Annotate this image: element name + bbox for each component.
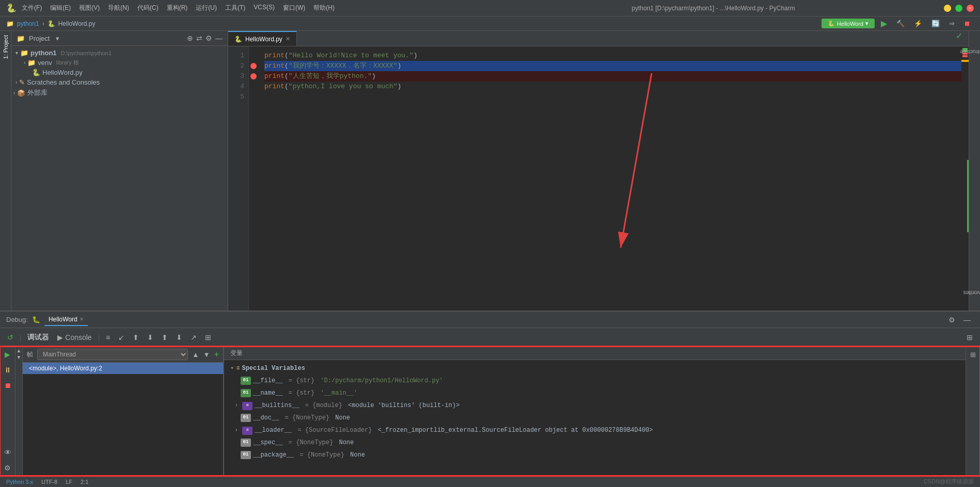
tree-item-venv[interactable]: › 📁 venv library 根 bbox=[11, 58, 228, 68]
var-type-loader: = {SourceFileLoader} bbox=[294, 426, 375, 435]
breadcrumb-project[interactable]: python1 bbox=[17, 20, 39, 27]
menu-tools[interactable]: 工具(T) bbox=[225, 4, 245, 12]
panel-dropdown-icon[interactable]: ▾ bbox=[56, 35, 59, 42]
loader-inner: ≡ __loader__ = {SourceFileLoader} <_froz… bbox=[240, 426, 653, 435]
build-button[interactable]: 🔨 bbox=[893, 18, 908, 29]
loader-expand[interactable]: › bbox=[234, 426, 238, 435]
var-item-name[interactable]: 01 __name__ = {str} '__main__' bbox=[224, 387, 966, 399]
debug-step-out-btn[interactable]: ⬆ bbox=[159, 331, 171, 344]
debug-frames-list-btn[interactable]: ≡ bbox=[103, 331, 113, 344]
debug-restore-layout-btn[interactable]: ⊞ bbox=[963, 331, 976, 344]
run-button[interactable]: ▶ bbox=[878, 17, 890, 30]
var-item-builtins[interactable]: › ≡ __builtins__ = {module} <module 'bui… bbox=[224, 399, 966, 412]
run-config-dropdown-icon[interactable]: ▾ bbox=[865, 20, 868, 27]
menu-edit[interactable]: 编辑(E) bbox=[50, 4, 71, 12]
tab-close-button[interactable]: ✕ bbox=[286, 36, 290, 42]
debug-pause-btn[interactable]: ⏸ bbox=[3, 364, 13, 376]
frames-header-label: 帧 bbox=[27, 350, 33, 359]
debug-tab-close[interactable]: ✕ bbox=[80, 316, 84, 322]
menu-window[interactable]: 窗口(W) bbox=[283, 4, 305, 12]
breakpoint-2[interactable] bbox=[250, 63, 257, 69]
tree-item-scratches[interactable]: › ✎ Scratches and Consoles bbox=[11, 77, 228, 87]
tree-item-helloword[interactable]: 🐍 HelloWord.py bbox=[11, 68, 228, 77]
bp-gutter-3[interactable] bbox=[249, 71, 258, 82]
panel-sync-button[interactable]: ⇄ bbox=[196, 34, 202, 42]
debug-console-btn[interactable]: ▶ Console bbox=[54, 331, 94, 344]
bp-gutter-4 bbox=[249, 82, 258, 92]
maximize-button[interactable]: □ bbox=[955, 5, 962, 12]
special-vars-expand[interactable]: ▾ bbox=[230, 364, 234, 373]
sidebar-tab-favorites[interactable]: Favorites bbox=[959, 288, 980, 297]
menu-vcs[interactable]: VCS(S) bbox=[254, 4, 275, 12]
debug-run-button[interactable]: ⚡ bbox=[911, 18, 925, 29]
var-item-package[interactable]: 01 __package__ = {NoneType} None bbox=[224, 449, 966, 461]
debug-rerun-btn[interactable]: ↺ bbox=[4, 331, 17, 344]
debug-stop-btn[interactable]: ⏹ bbox=[3, 380, 13, 391]
menu-file[interactable]: 文件(F) bbox=[22, 4, 42, 12]
menu-refactor[interactable]: 重构(R) bbox=[167, 4, 188, 12]
stop-button[interactable]: ⏹ bbox=[961, 18, 974, 29]
frame-item-main[interactable]: <module>, HelloWord.py:2 bbox=[23, 363, 223, 374]
frame-down-btn[interactable]: ▼ bbox=[203, 351, 210, 359]
tree-label-venv: venv bbox=[38, 59, 52, 67]
status-python[interactable]: Python 3.x bbox=[6, 479, 33, 485]
minimize-button[interactable]: — bbox=[944, 5, 951, 12]
var-item-doc[interactable]: 01 __doc__ = {NoneType} None bbox=[224, 412, 966, 424]
profile-button[interactable]: ⇒ bbox=[946, 18, 958, 29]
debug-tab-helloword[interactable]: HelloWord ✕ bbox=[44, 314, 88, 326]
status-encoding[interactable]: UTF-8 bbox=[41, 479, 57, 485]
builtins-expand[interactable]: › bbox=[234, 401, 238, 410]
var-item-loader[interactable]: › ≡ __loader__ = {SourceFileLoader} <_fr… bbox=[224, 424, 966, 436]
debug-settings-left-btn[interactable]: ⚙ bbox=[3, 462, 12, 474]
menu-navigate[interactable]: 导航(N) bbox=[108, 4, 129, 12]
bp-gutter-2[interactable] bbox=[249, 61, 258, 71]
debug-settings-button[interactable]: ⚙ bbox=[945, 314, 958, 326]
tree-label-external: 外部库 bbox=[27, 88, 48, 98]
code-content[interactable]: print("Hello World!Nice to meet you.") p… bbox=[258, 46, 961, 311]
debug-resume-btn[interactable]: ▶ bbox=[3, 349, 12, 360]
title-bar: 🐍 文件(F) 编辑(E) 视图(V) 导航(N) 代码(C) 重构(R) 运行… bbox=[0, 0, 980, 17]
debug-watches-btn[interactable]: ⊞ bbox=[202, 331, 214, 344]
scroll-down-btn[interactable]: ▼ bbox=[17, 354, 22, 360]
var-item-file[interactable]: 01 __file__ = {str} 'D:/pycharm/python1/… bbox=[224, 375, 966, 387]
status-line-ending[interactable]: LF bbox=[66, 479, 72, 485]
menu-view[interactable]: 视图(V) bbox=[79, 4, 100, 12]
tree-item-python1[interactable]: ▾ 📁 python1 D:\pycharm\python1 bbox=[11, 48, 228, 58]
debug-view-btn[interactable]: 👁 bbox=[3, 447, 13, 458]
frame-add-btn[interactable]: + bbox=[214, 350, 219, 359]
debug-step-into-btn[interactable]: ⬆ bbox=[130, 331, 142, 344]
panel-settings-button[interactable]: ⚙ bbox=[206, 34, 212, 42]
panel-add-button[interactable]: ⊕ bbox=[187, 34, 193, 42]
frame-up-btn[interactable]: ▲ bbox=[192, 351, 199, 359]
debug-panel-minimize[interactable]: — bbox=[960, 314, 974, 326]
debug-step-over-btn[interactable]: ↙ bbox=[115, 331, 128, 344]
run-config-button[interactable]: 🐍 HelloWord ▾ bbox=[821, 19, 875, 28]
var-item-spec[interactable]: 01 __spec__ = {NoneType} None bbox=[224, 436, 966, 449]
var-value-loader: <_frozen_importlib_external.SourceFileLo… bbox=[378, 426, 653, 435]
code-line-4: print("python,I love you so much") bbox=[264, 82, 961, 92]
close-button[interactable]: ✕ bbox=[967, 5, 974, 12]
debug-step-into-my-btn[interactable]: ⬇ bbox=[144, 331, 156, 344]
debug-side-restore-btn[interactable]: ⊞ bbox=[968, 349, 978, 361]
special-vars-group[interactable]: ▾ ≡ Special Variables bbox=[224, 362, 966, 375]
tree-item-external[interactable]: › 📦 外部库 bbox=[11, 87, 228, 99]
menu-code[interactable]: 代码(C) bbox=[137, 4, 159, 12]
menu-run[interactable]: 运行(U) bbox=[196, 4, 217, 12]
breakpoint-3[interactable] bbox=[250, 73, 257, 79]
breadcrumb-file[interactable]: HelloWord.py bbox=[58, 20, 96, 27]
debug-eval-expr-btn[interactable]: ↗ bbox=[187, 331, 200, 344]
coverage-button[interactable]: 🔄 bbox=[928, 18, 943, 29]
panel-minimize-button[interactable]: — bbox=[215, 34, 223, 42]
code-line-2: print("我的学号：XXXXX，名字：XXXXX") bbox=[264, 61, 961, 71]
sidebar-tab-project[interactable]: 1: Project bbox=[2, 31, 10, 63]
sidebar-tab-structure[interactable]: Z: Structure bbox=[956, 48, 980, 56]
scroll-up-btn[interactable]: ▲ bbox=[17, 348, 22, 353]
code-editor[interactable]: 1 2 3 4 5 print("Hel bbox=[228, 46, 969, 311]
var-icon-package: 01 bbox=[241, 451, 251, 459]
file-icon-helloword: 🐍 bbox=[32, 69, 40, 76]
debug-run-to-cursor-btn[interactable]: ⬇ bbox=[173, 331, 185, 344]
menu-help[interactable]: 帮助(H) bbox=[313, 4, 335, 12]
debug-frames-btn[interactable]: 调试器 bbox=[24, 331, 52, 344]
editor-tab-helloword[interactable]: 🐍 HelloWord.py ✕ bbox=[228, 31, 297, 46]
thread-selector[interactable]: MainThread bbox=[37, 349, 188, 360]
